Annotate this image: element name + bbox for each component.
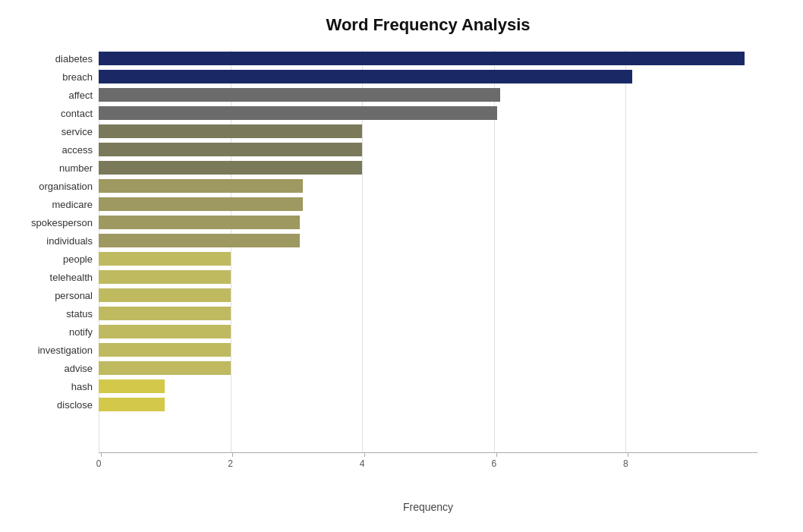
bar [99, 234, 300, 247]
bar-row: number [99, 159, 757, 176]
chart-area: diabetesbreachaffectcontactserviceaccess… [99, 50, 757, 475]
bar [99, 88, 500, 102]
bar-row: service [99, 123, 757, 140]
bar [99, 124, 362, 138]
bar [99, 70, 632, 83]
bar-label: medicare [52, 199, 93, 210]
bar-row: status [99, 305, 757, 322]
bar [99, 106, 497, 120]
bar-row: spokesperson [99, 214, 757, 231]
bar-row: personal [99, 287, 757, 304]
bar-label: access [62, 144, 93, 156]
bar [99, 197, 303, 211]
bar-row: notify [99, 323, 757, 340]
bar-row: telehealth [99, 269, 757, 285]
bar-row: investigation [99, 342, 757, 358]
bars-container: diabetesbreachaffectcontactserviceaccess… [99, 50, 757, 452]
bar-label: disclose [57, 399, 93, 411]
x-tick: 2 [231, 453, 236, 469]
bar [99, 216, 300, 229]
x-axis: Frequency 02468 [99, 452, 757, 475]
bar [99, 398, 165, 411]
bar-label: breach [62, 71, 93, 83]
tick-label: 6 [491, 458, 496, 469]
bar [99, 161, 362, 175]
bar-row: hash [99, 378, 757, 395]
tick-line [232, 453, 233, 457]
bar-label: personal [55, 290, 93, 301]
x-tick: 0 [99, 453, 104, 469]
bar-label: service [61, 126, 93, 137]
bar-label: spokesperson [31, 217, 93, 228]
bar-label: diabetes [55, 53, 93, 65]
tick-line [628, 453, 628, 457]
bar-row: organisation [99, 178, 757, 194]
bar [99, 343, 231, 357]
bar [99, 307, 231, 320]
bar-label: advise [64, 363, 93, 374]
bar-row: individuals [99, 232, 757, 249]
chart-container: Word Frequency Analysis diabetesbreachaf… [0, 0, 803, 532]
bar-label: hash [71, 381, 93, 392]
bar-label: contact [61, 108, 93, 119]
tick-label: 0 [96, 458, 102, 469]
bar [99, 379, 165, 393]
bar [99, 52, 745, 65]
tick-label: 8 [623, 458, 628, 469]
bar [99, 361, 231, 375]
x-tick: 6 [494, 453, 499, 469]
bar-row: contact [99, 105, 757, 121]
tick-line [101, 453, 102, 457]
bar-row: breach [99, 68, 757, 85]
bar-row: advise [99, 360, 757, 376]
bar-row: access [99, 141, 757, 158]
bar-label: notify [69, 326, 93, 338]
bar-label: affect [68, 90, 93, 101]
bar [99, 325, 231, 338]
tick-line [364, 453, 365, 457]
bar-label: individuals [46, 235, 93, 247]
bar [99, 179, 303, 193]
x-tick: 8 [625, 453, 631, 469]
bar [99, 288, 231, 302]
tick-line [496, 453, 497, 457]
bar [99, 270, 231, 284]
bar-label: investigation [38, 345, 93, 356]
chart-title: Word Frequency Analysis [99, 15, 757, 35]
bar-label: telehealth [50, 272, 93, 283]
bar-label: organisation [39, 181, 93, 192]
bar-row: affect [99, 87, 757, 103]
bar-label: status [66, 308, 93, 320]
bar-row: people [99, 250, 757, 267]
bar [99, 252, 231, 266]
bar [99, 143, 362, 156]
x-axis-title: Frequency [99, 501, 757, 513]
tick-label: 4 [360, 458, 365, 469]
bar-label: number [59, 162, 93, 174]
x-tick: 4 [362, 453, 367, 469]
tick-label: 2 [228, 458, 233, 469]
bar-row: disclose [99, 396, 757, 413]
bar-row: diabetes [99, 50, 757, 67]
bar-row: medicare [99, 196, 757, 212]
bar-label: people [63, 253, 93, 265]
